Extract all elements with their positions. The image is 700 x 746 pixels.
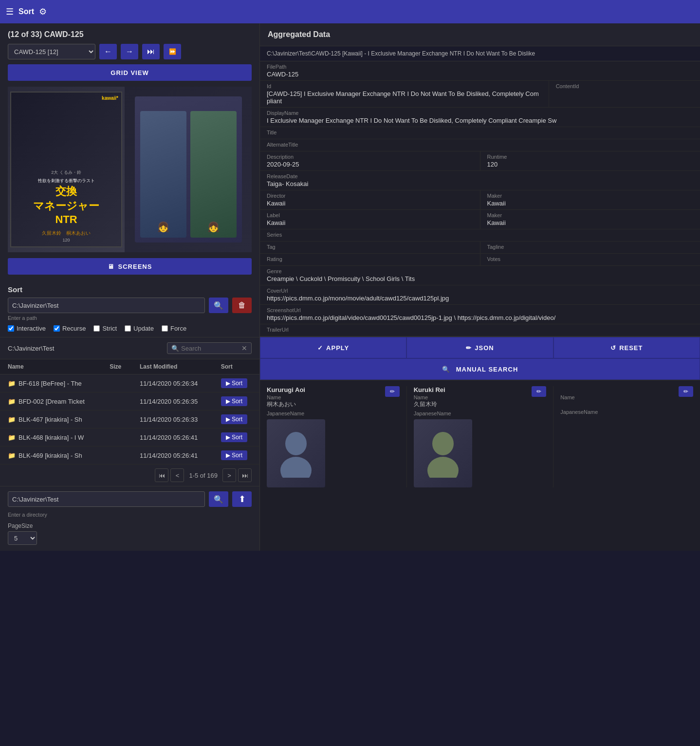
recurse-checkbox[interactable] [54,325,60,332]
path-hint: Enter a path [8,315,252,321]
topbar-title: Sort [18,7,34,16]
apply-label: APPLY [326,344,349,352]
actor-card-3: ✏ Name JapaneseName [553,386,700,487]
cover-girls: 👧 👧 [135,96,242,242]
cell-modified: 11/14/2020 05:26:35 [132,392,213,410]
item-select[interactable]: CAWD-125 [12] [8,44,95,59]
sort-label: Sort [8,285,252,294]
dir-search-button[interactable]: 🔍 [209,491,228,507]
actor-card-2: ✏ Kuruki Rei Name 久留木玲 JapaneseName [407,386,554,487]
cell-modified: 11/14/2020 05:26:34 [132,374,213,392]
left-header: (12 of 33) CAWD-125 [0,23,259,44]
maker-label: Maker [487,193,694,199]
cell-size [102,429,132,447]
screens-button[interactable]: 🖥 SCREENS [8,258,252,275]
grid-view-button[interactable]: GRID VIEW [8,64,252,81]
cell-modified: 11/14/2020 05:26:33 [132,410,213,429]
force-checkbox[interactable] [162,325,168,332]
last-button[interactable]: ⏭ [142,44,160,59]
runtime-value: 120 [487,161,694,168]
cover-image: 2大 くるみ・鈴 性欲を刺激する衝撃のラスト 交換マネージャーNTR 久留木鈴 … [8,87,252,252]
json-button[interactable]: ✏ JSON [406,337,553,358]
actor-1-edit-button[interactable]: ✏ [385,386,400,397]
label-col: Maker Kawaii [480,210,700,229]
cell-modified: 11/14/2020 05:26:41 [132,429,213,447]
search-row[interactable]: 🔍 ✕ [167,342,252,354]
svg-point-3 [427,457,459,478]
folder-icon: 📁 [8,434,16,441]
dir-up-button[interactable]: ⬆ [232,491,252,507]
label-value: Kawaii [487,219,694,226]
recurse-checkbox-item[interactable]: Recurse [54,325,86,332]
cover-left: 2大 くるみ・鈴 性欲を刺激する衝撃のラスト 交換マネージャーNTR 久留木鈴 … [8,87,125,252]
col-name: Name [0,359,102,374]
screens-label: SCREENS [118,263,152,270]
next-button[interactable]: → [121,44,138,59]
svg-point-1 [280,457,312,478]
search-path-button[interactable]: 🔍 [209,298,228,313]
title-label: Title [267,130,693,135]
rating-label: Rating [267,256,473,262]
checkboxes-row: Interactive Recurse Strict Update Force [8,325,252,332]
search-input[interactable] [181,345,239,352]
maker-value2: Kawaii [267,219,473,226]
interactive-checkbox[interactable] [8,325,14,332]
prev-button[interactable]: ← [99,44,117,59]
topbar: ☰ Sort ⚙ [0,0,700,23]
manual-search-button[interactable]: 🔍 MANUAL SEARCH [260,358,700,380]
sort-row-button[interactable]: ▶ Sort [221,396,247,406]
sort-row-button[interactable]: ▶ Sort [221,450,247,460]
json-icon: ✏ [466,344,472,352]
actor-2-edit-button[interactable]: ✏ [532,386,546,397]
releasedate-label: ReleaseDate [267,173,693,179]
sort-row-button[interactable]: ▶ Sort [221,378,247,388]
reset-label: RESET [619,344,643,352]
interactive-checkbox-item[interactable]: Interactive [8,325,46,332]
actor-3-edit-button[interactable]: ✏ [679,386,693,397]
title-row: Title [260,127,700,139]
actor-2-image-placeholder [414,419,472,487]
actors-row: ✏ Kururugi Aoi Name 桐木あおい JapaneseName ✏ [260,380,700,493]
coverurl-label: CoverUrl [267,288,693,294]
actor-1-image-placeholder [267,419,325,487]
col-size: Size [102,359,132,374]
pagesize-select[interactable]: 5 10 20 50 100 [8,531,37,545]
update-checkbox-item[interactable]: Update [125,325,154,332]
alttitle-row: AlternateTitle [260,139,700,151]
reset-button[interactable]: ↺ RESET [553,337,700,358]
page-next-button[interactable]: > [222,468,236,482]
table-row: 📁BLK-469 [kirakira] - Sh 11/14/2020 05:2… [0,447,259,465]
genre-label: Genre [267,268,693,274]
folder-icon: 📁 [8,380,16,387]
votes-col: Votes [480,254,700,265]
filepath-col: FilePath CAWD-125 [260,61,700,80]
page-prev-button[interactable]: < [170,468,184,482]
screenshoturl-label: ScreenshotUrl [267,307,693,313]
cell-sort: ▶ Sort [213,374,259,392]
tagline-col: Tagline [480,242,700,253]
cell-size [102,410,132,429]
cell-sort: ▶ Sort [213,429,259,447]
rating-row: Rating Votes [260,254,700,266]
strict-checkbox-item[interactable]: Strict [93,325,117,332]
series-row: Series [260,229,700,242]
coverurl-row: CoverUrl https://pics.dmm.co.jp/mono/mov… [260,285,700,305]
sort-row-button[interactable]: ▶ Sort [221,414,247,424]
end-button[interactable]: ⏩ [164,44,181,59]
menu-icon[interactable]: ☰ [6,6,14,17]
update-checkbox[interactable] [125,325,131,332]
page-last-button[interactable]: ⏭ [238,468,252,482]
dir-input[interactable] [8,491,205,507]
aggregated-title: Aggregated Data [260,23,700,46]
filepath-value: CAWD-125 [267,71,693,78]
sort-row-button[interactable]: ▶ Sort [221,432,247,442]
actor-2-name-en: Kuruki Rei [414,386,547,393]
search-clear-icon[interactable]: ✕ [241,344,247,352]
delete-button[interactable]: 🗑 [232,298,252,313]
settings-icon[interactable]: ⚙ [39,6,47,17]
force-checkbox-item[interactable]: Force [162,325,186,332]
apply-button[interactable]: ✓ APPLY [260,337,406,358]
strict-checkbox[interactable] [93,325,100,332]
page-first-button[interactable]: ⏮ [155,468,168,482]
path-input[interactable] [8,298,205,313]
